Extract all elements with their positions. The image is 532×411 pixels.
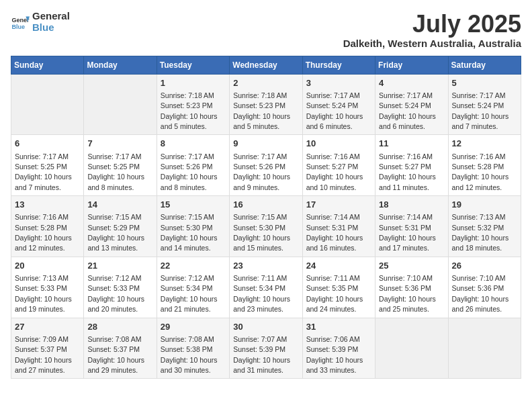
location-title: Dalkeith, Western Australia, Australia xyxy=(343,38,521,49)
day-cell: 9Sunrise: 7:17 AMSunset: 5:26 PMDaylight… xyxy=(230,135,302,196)
cell-info: Sunrise: 7:11 AMSunset: 5:35 PMDaylight:… xyxy=(306,274,363,313)
cell-info: Sunrise: 7:16 AMSunset: 5:28 PMDaylight:… xyxy=(452,152,509,191)
day-number: 22 xyxy=(161,260,226,272)
logo-line1: General xyxy=(32,11,70,22)
day-number: 17 xyxy=(306,199,371,211)
header-cell-sunday: Sunday xyxy=(11,56,84,74)
cell-info: Sunrise: 7:13 AMSunset: 5:32 PMDaylight:… xyxy=(452,213,509,252)
cell-info: Sunrise: 7:16 AMSunset: 5:27 PMDaylight:… xyxy=(379,152,436,191)
cell-info: Sunrise: 7:17 AMSunset: 5:24 PMDaylight:… xyxy=(379,91,436,130)
day-cell: 26Sunrise: 7:10 AMSunset: 5:36 PMDayligh… xyxy=(448,257,521,318)
day-cell: 21Sunrise: 7:12 AMSunset: 5:33 PMDayligh… xyxy=(84,257,157,318)
day-number: 30 xyxy=(233,321,298,333)
day-number: 11 xyxy=(379,138,444,150)
header-row: SundayMondayTuesdayWednesdayThursdayFrid… xyxy=(11,56,521,74)
day-number: 14 xyxy=(87,199,152,211)
day-cell: 28Sunrise: 7:08 AMSunset: 5:37 PMDayligh… xyxy=(84,318,157,379)
calendar-table: SundayMondayTuesdayWednesdayThursdayFrid… xyxy=(11,56,521,379)
header-cell-tuesday: Tuesday xyxy=(157,56,229,74)
day-cell: 13Sunrise: 7:16 AMSunset: 5:28 PMDayligh… xyxy=(11,196,84,257)
day-cell: 22Sunrise: 7:12 AMSunset: 5:34 PMDayligh… xyxy=(157,257,229,318)
day-cell: 4Sunrise: 7:17 AMSunset: 5:24 PMDaylight… xyxy=(375,74,448,135)
day-number: 29 xyxy=(161,321,226,333)
day-cell: 27Sunrise: 7:09 AMSunset: 5:37 PMDayligh… xyxy=(11,318,84,379)
day-number: 24 xyxy=(306,260,371,272)
day-number: 25 xyxy=(379,260,444,272)
page-header: General Blue General Blue July 2025 Dalk… xyxy=(11,11,521,49)
day-cell: 8Sunrise: 7:17 AMSunset: 5:26 PMDaylight… xyxy=(157,135,229,196)
cell-info: Sunrise: 7:15 AMSunset: 5:30 PMDaylight:… xyxy=(161,213,218,252)
day-number: 31 xyxy=(306,321,371,333)
day-number: 16 xyxy=(233,199,298,211)
title-block: July 2025 Dalkeith, Western Australia, A… xyxy=(343,11,521,49)
day-number: 4 xyxy=(379,77,444,89)
cell-info: Sunrise: 7:16 AMSunset: 5:28 PMDaylight:… xyxy=(15,213,72,252)
day-number: 2 xyxy=(233,77,298,89)
day-number: 13 xyxy=(15,199,80,211)
cell-info: Sunrise: 7:15 AMSunset: 5:29 PMDaylight:… xyxy=(87,213,144,252)
day-cell: 15Sunrise: 7:15 AMSunset: 5:30 PMDayligh… xyxy=(157,196,229,257)
week-row-5: 27Sunrise: 7:09 AMSunset: 5:37 PMDayligh… xyxy=(11,318,521,379)
svg-text:Blue: Blue xyxy=(11,23,25,30)
cell-info: Sunrise: 7:08 AMSunset: 5:38 PMDaylight:… xyxy=(161,335,218,374)
cell-info: Sunrise: 7:13 AMSunset: 5:33 PMDaylight:… xyxy=(15,274,72,313)
day-number: 26 xyxy=(452,260,517,272)
logo-icon: General Blue xyxy=(11,13,30,32)
cell-info: Sunrise: 7:07 AMSunset: 5:39 PMDaylight:… xyxy=(233,335,290,374)
logo-line2: Blue xyxy=(32,22,70,34)
day-cell: 11Sunrise: 7:16 AMSunset: 5:27 PMDayligh… xyxy=(375,135,448,196)
day-number: 20 xyxy=(15,260,80,272)
cell-info: Sunrise: 7:15 AMSunset: 5:30 PMDaylight:… xyxy=(233,213,290,252)
day-cell: 24Sunrise: 7:11 AMSunset: 5:35 PMDayligh… xyxy=(302,257,375,318)
day-cell: 20Sunrise: 7:13 AMSunset: 5:33 PMDayligh… xyxy=(11,257,84,318)
day-number: 19 xyxy=(452,199,517,211)
day-cell xyxy=(11,74,84,135)
day-number: 1 xyxy=(161,77,226,89)
logo: General Blue General Blue xyxy=(11,11,70,33)
cell-info: Sunrise: 7:10 AMSunset: 5:36 PMDaylight:… xyxy=(452,274,509,313)
day-cell: 31Sunrise: 7:06 AMSunset: 5:39 PMDayligh… xyxy=(302,318,375,379)
day-cell xyxy=(375,318,448,379)
week-row-4: 20Sunrise: 7:13 AMSunset: 5:33 PMDayligh… xyxy=(11,257,521,318)
day-number: 10 xyxy=(306,138,371,150)
day-cell: 1Sunrise: 7:18 AMSunset: 5:23 PMDaylight… xyxy=(157,74,229,135)
day-number: 12 xyxy=(452,138,517,150)
cell-info: Sunrise: 7:09 AMSunset: 5:37 PMDaylight:… xyxy=(15,335,72,374)
cell-info: Sunrise: 7:14 AMSunset: 5:31 PMDaylight:… xyxy=(306,213,363,252)
day-number: 18 xyxy=(379,199,444,211)
day-cell: 14Sunrise: 7:15 AMSunset: 5:29 PMDayligh… xyxy=(84,196,157,257)
day-cell: 5Sunrise: 7:17 AMSunset: 5:24 PMDaylight… xyxy=(448,74,521,135)
week-row-2: 6Sunrise: 7:17 AMSunset: 5:25 PMDaylight… xyxy=(11,135,521,196)
day-cell: 10Sunrise: 7:16 AMSunset: 5:27 PMDayligh… xyxy=(302,135,375,196)
cell-info: Sunrise: 7:18 AMSunset: 5:23 PMDaylight:… xyxy=(161,91,218,130)
cell-info: Sunrise: 7:18 AMSunset: 5:23 PMDaylight:… xyxy=(233,91,290,130)
day-cell: 6Sunrise: 7:17 AMSunset: 5:25 PMDaylight… xyxy=(11,135,84,196)
day-cell: 17Sunrise: 7:14 AMSunset: 5:31 PMDayligh… xyxy=(302,196,375,257)
day-cell: 25Sunrise: 7:10 AMSunset: 5:36 PMDayligh… xyxy=(375,257,448,318)
header-cell-saturday: Saturday xyxy=(448,56,521,74)
month-title: July 2025 xyxy=(343,11,521,38)
cell-info: Sunrise: 7:17 AMSunset: 5:26 PMDaylight:… xyxy=(161,152,218,191)
day-number: 9 xyxy=(233,138,298,150)
day-cell: 30Sunrise: 7:07 AMSunset: 5:39 PMDayligh… xyxy=(230,318,302,379)
cell-info: Sunrise: 7:17 AMSunset: 5:25 PMDaylight:… xyxy=(15,152,72,191)
day-cell: 12Sunrise: 7:16 AMSunset: 5:28 PMDayligh… xyxy=(448,135,521,196)
cell-info: Sunrise: 7:16 AMSunset: 5:27 PMDaylight:… xyxy=(306,152,363,191)
day-number: 7 xyxy=(87,138,152,150)
day-number: 8 xyxy=(161,138,226,150)
cell-info: Sunrise: 7:17 AMSunset: 5:25 PMDaylight:… xyxy=(87,152,144,191)
day-cell: 2Sunrise: 7:18 AMSunset: 5:23 PMDaylight… xyxy=(230,74,302,135)
header-cell-friday: Friday xyxy=(375,56,448,74)
cell-info: Sunrise: 7:11 AMSunset: 5:34 PMDaylight:… xyxy=(233,274,290,313)
cell-info: Sunrise: 7:12 AMSunset: 5:34 PMDaylight:… xyxy=(161,274,218,313)
week-row-3: 13Sunrise: 7:16 AMSunset: 5:28 PMDayligh… xyxy=(11,196,521,257)
day-cell xyxy=(448,318,521,379)
day-number: 28 xyxy=(87,321,152,333)
day-number: 6 xyxy=(15,138,80,150)
day-cell: 16Sunrise: 7:15 AMSunset: 5:30 PMDayligh… xyxy=(230,196,302,257)
cell-info: Sunrise: 7:17 AMSunset: 5:24 PMDaylight:… xyxy=(452,91,509,130)
day-cell: 23Sunrise: 7:11 AMSunset: 5:34 PMDayligh… xyxy=(230,257,302,318)
day-cell: 19Sunrise: 7:13 AMSunset: 5:32 PMDayligh… xyxy=(448,196,521,257)
header-cell-thursday: Thursday xyxy=(302,56,375,74)
day-cell xyxy=(84,74,157,135)
